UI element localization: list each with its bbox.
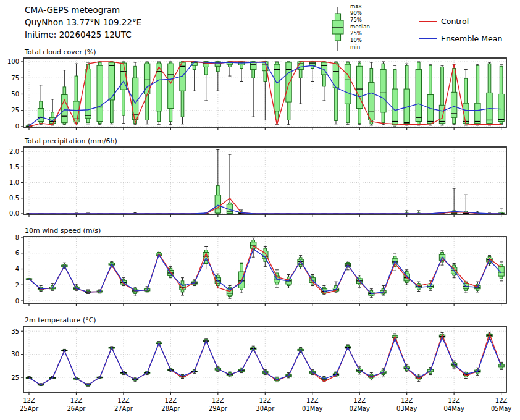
xtick-hour-label: 12Z bbox=[212, 397, 224, 404]
xtick-date-label: 02May bbox=[350, 405, 370, 412]
ytick-label: 4 bbox=[15, 266, 19, 272]
meteogram-figure: CMA-GEPS meteogram QuyNhon 13.77°N 109.2… bbox=[0, 0, 520, 420]
ytick-label: 2.0 bbox=[9, 148, 19, 155]
xtick-hour-label: 12Z bbox=[448, 397, 460, 404]
xtick-date-label: 27Apr bbox=[114, 405, 133, 412]
ytick-label: 2 bbox=[15, 282, 19, 288]
xtick-hour-label: 12Z bbox=[117, 397, 130, 404]
xtick-hour-label: 12Z bbox=[165, 397, 177, 404]
xtick-date-label: 26Apr bbox=[67, 405, 86, 412]
ytick-label: 25 bbox=[11, 374, 19, 381]
panel-1: 0.00.51.01.52.0 bbox=[9, 147, 506, 217]
xtick-date-label: 29Apr bbox=[209, 405, 228, 412]
panel-3: 25303512Z25Apr12Z26Apr12Z27Apr12Z28Apr12… bbox=[11, 326, 511, 412]
xtick-date-label: 04May bbox=[443, 405, 464, 412]
xtick-date-label: 05May bbox=[491, 405, 511, 412]
xtick-hour-label: 12Z bbox=[495, 397, 508, 404]
xtick-date-label: 01May bbox=[302, 405, 322, 412]
ytick-label: 75 bbox=[11, 75, 19, 82]
xtick-hour-label: 12Z bbox=[259, 397, 272, 404]
ytick-label: 35 bbox=[11, 328, 19, 335]
ytick-label: 8 bbox=[15, 234, 19, 241]
ytick-label: 1.5 bbox=[9, 164, 19, 170]
panel-2: 02468 bbox=[15, 234, 506, 306]
ytick-label: 6 bbox=[15, 250, 19, 256]
ytick-label: 100 bbox=[7, 58, 19, 65]
ytick-label: 0 bbox=[15, 298, 19, 304]
xtick-hour-label: 12Z bbox=[70, 397, 83, 404]
xtick-date-label: 25Apr bbox=[20, 405, 39, 412]
ytick-label: 1.0 bbox=[9, 179, 19, 186]
panel-0: 0255075100 bbox=[7, 58, 506, 130]
ytick-label: 25 bbox=[11, 107, 19, 114]
xtick-date-label: 30Apr bbox=[256, 405, 275, 412]
xtick-hour-label: 12Z bbox=[306, 397, 319, 404]
meteogram-plot: 02550751000.00.51.01.52.00246825303512Z2… bbox=[0, 0, 520, 420]
ytick-label: 0 bbox=[15, 123, 19, 130]
xtick-hour-label: 12Z bbox=[401, 397, 413, 404]
ytick-label: 50 bbox=[11, 91, 19, 98]
xtick-date-label: 03May bbox=[396, 405, 417, 412]
ytick-label: 0.5 bbox=[9, 195, 19, 201]
xtick-hour-label: 12Z bbox=[353, 397, 366, 404]
xtick-date-label: 28Apr bbox=[161, 405, 180, 412]
ytick-label: 0.0 bbox=[9, 210, 19, 217]
xtick-hour-label: 12Z bbox=[23, 397, 35, 404]
ytick-label: 30 bbox=[11, 351, 19, 358]
